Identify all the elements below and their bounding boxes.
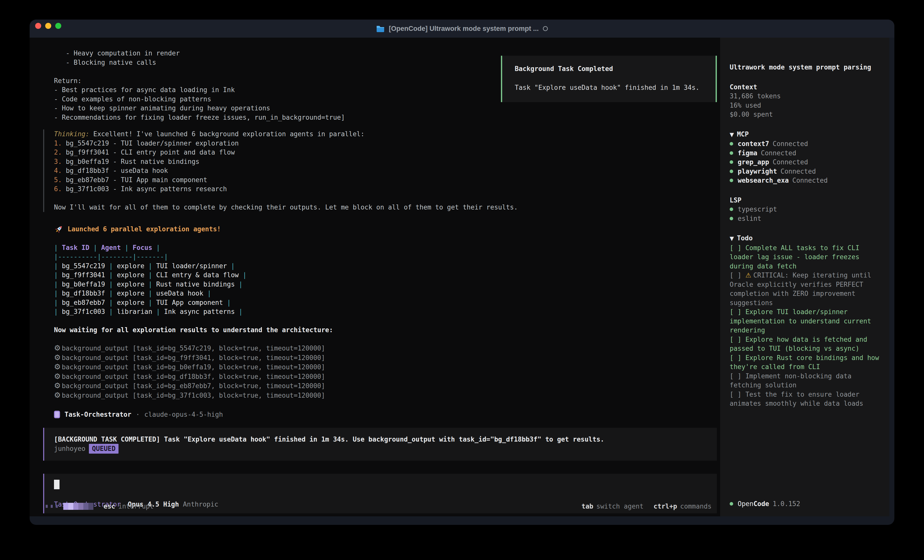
todo-item: [ ] Test the fix to ensure loader animat…	[730, 390, 880, 408]
blank-line	[54, 194, 717, 203]
gear-icon: ⚙	[54, 381, 61, 390]
spinner-cell	[74, 503, 78, 510]
lsp-list: typescripteslint	[730, 205, 880, 223]
context-stat-line: $0.00 spent	[730, 110, 880, 119]
gear-icon: ⚙	[54, 391, 61, 400]
mcp-section: ▼MCP context7ConnectedfigmaConnectedgrep…	[730, 130, 880, 185]
folder-icon	[376, 25, 385, 32]
background-task-completed-message: [BACKGROUND TASK COMPLETED] Task "Explor…	[43, 428, 717, 461]
thinking-intro: Excellent! I've launched 6 background ex…	[93, 130, 364, 138]
app-version: 1.0.152	[772, 499, 800, 509]
app-version-footer: OpenCode 1.0.152	[730, 499, 800, 509]
tool-call-line: ⚙background_output [task_id=bg_37f1c003,…	[54, 391, 717, 400]
thinking-outro: Now I'll wait for all of them to complet…	[54, 203, 717, 212]
status-dot-icon	[730, 169, 733, 173]
close-button[interactable]	[35, 23, 41, 29]
thinking-item: 2. bg_f9ff3041 - CLI entry point and dat…	[54, 148, 717, 157]
status-dot-icon	[730, 208, 733, 211]
todo-item: [ ] Implement non-blocking data fetching…	[730, 371, 880, 390]
app-name-bold: Code	[753, 499, 770, 509]
tab-key-label: switch agent	[596, 502, 644, 511]
mcp-heading[interactable]: ▼MCP	[730, 130, 880, 139]
output-line: - How to keep spinner animating during h…	[54, 103, 717, 113]
sidebar: Ultrawork mode system prompt parsing Con…	[720, 37, 890, 517]
app-name-regular: Open	[738, 499, 753, 509]
todo-item: [ ] Explore TUI loader/spinner implement…	[730, 307, 880, 335]
spinner-cell	[68, 503, 74, 510]
esc-key-label: interrupt	[118, 502, 154, 511]
toast-title: Background Task Completed	[515, 64, 705, 73]
tool-call-line: ⚙background_output [task_id=bg_b0effa19,…	[54, 362, 717, 372]
toast-body: Task "Explore useData hook" finished in …	[515, 83, 705, 92]
status-dot-icon	[730, 217, 733, 220]
status-dot-icon	[730, 179, 733, 182]
tool-call-line: ⚙background_output [task_id=bg_f9ff3041,…	[54, 353, 717, 362]
table-row: | bg_eb87ebb7 | explore | TUI App compon…	[54, 298, 717, 307]
todo-heading[interactable]: ▼Todo	[730, 234, 880, 243]
status-dot-icon	[730, 142, 733, 145]
status-dot-icon	[730, 151, 733, 155]
context-section: Context 31,686 tokens16% used$0.00 spent	[730, 82, 880, 119]
app-window: [OpenCode] Ultrawork mode system prompt …	[30, 19, 894, 525]
tab-key-hint: tab	[582, 502, 593, 511]
commands-hint-group: ctrl+p commands	[654, 502, 712, 511]
status-left: esc interrupt	[46, 502, 154, 511]
table-row: | bg_f9ff3041 | explore | CLI entry & da…	[54, 271, 717, 280]
mcp-item: grep_appConnected	[730, 157, 880, 167]
agent-attribution-line: Task-Orchestrator · claude-opus-4-5-high	[54, 410, 717, 419]
spinner-cell	[63, 503, 68, 510]
agent-badge-icon	[54, 411, 60, 418]
lsp-section: LSP typescripteslint	[730, 196, 880, 223]
thinking-item: 1. bg_5547c219 - TUI loader/spinner expl…	[54, 139, 717, 148]
spinner-dots-icon	[46, 505, 58, 508]
lsp-item: eslint	[730, 214, 880, 223]
tool-call-line: ⚙background_output [task_id=bg_5547c219,…	[54, 343, 717, 353]
queued-status-badge: QUEUED	[89, 444, 118, 454]
context-heading: Context	[730, 82, 880, 92]
todo-item: [ ] Complete ALL tasks to fix CLI loader…	[730, 243, 880, 271]
thinking-intro-line: Thinking: Excellent! I've launched 6 bac…	[54, 129, 717, 139]
gear-icon: ⚙	[54, 353, 61, 362]
minimize-button[interactable]	[45, 23, 51, 29]
gear-icon: ⚙	[54, 343, 61, 352]
warning-icon: ⚠	[746, 271, 753, 279]
ctrlp-key-hint: ctrl+p	[654, 502, 677, 511]
zoom-button[interactable]	[55, 23, 61, 29]
mcp-list: context7ConnectedfigmaConnectedgrep_appC…	[730, 139, 880, 185]
rocket-icon	[54, 225, 63, 234]
spinner-cell	[83, 503, 88, 510]
esc-key-hint: esc	[104, 502, 115, 511]
window-title: [OpenCode] Ultrawork mode system prompt …	[388, 25, 538, 33]
status-dot-icon	[730, 160, 733, 164]
context-stats: 31,686 tokens16% used$0.00 spent	[730, 91, 880, 119]
agent-name: Task-Orchestrator	[64, 410, 131, 419]
background-task-toast[interactable]: Background Task Completed Task "Explore …	[501, 56, 717, 102]
waiting-line: Now waiting for all exploration results …	[54, 325, 717, 335]
lsp-item: typescript	[730, 205, 880, 214]
todo-section: ▼Todo [ ] Complete ALL tasks to fix CLI …	[730, 234, 880, 408]
thinking-block: Thinking: Excellent! I've launched 6 bac…	[43, 129, 717, 212]
status-right: tab switch agent ctrl+p commands	[582, 502, 712, 511]
todo-list: [ ] Complete ALL tasks to fix CLI loader…	[730, 243, 880, 408]
gear-icon: ⚙	[54, 362, 61, 371]
completed-meta-line: junhoyeoQUEUED	[54, 444, 710, 454]
table-row: | bg_b0effa19 | explore | Rust native bi…	[54, 280, 717, 289]
text-cursor	[54, 480, 60, 489]
window-title-wrap: [OpenCode] Ultrawork mode system prompt …	[376, 25, 548, 33]
status-dot-icon	[730, 502, 733, 506]
message-scroll-region[interactable]: - Heavy computation in render - Blocking…	[30, 37, 720, 514]
thinking-item: 3. bg_b0effa19 - Rust native bindings	[54, 157, 717, 166]
todo-item: [ ] ⚠ CRITICAL: Keep iterating until Ora…	[730, 271, 880, 307]
spinner-cell	[78, 503, 83, 510]
user-name: junhoyeo	[54, 445, 86, 452]
tool-call-line: ⚙background_output [task_id=bg_df18bb3f,…	[54, 372, 717, 381]
mcp-item: context7Connected	[730, 139, 880, 148]
thinking-item: 6. bg_37f1c003 - Ink async patterns rese…	[54, 184, 717, 194]
table-row: | bg_37f1c003 | librarian | Ink async pa…	[54, 307, 717, 316]
terminal-area: - Heavy computation in render - Blocking…	[30, 37, 890, 517]
table-header-row: | Task ID | Agent | Focus |	[54, 243, 717, 252]
tool-call-line: ⚙background_output [task_id=bg_eb87ebb7,…	[54, 381, 717, 391]
gear-icon: ⚙	[54, 372, 61, 380]
table-row: | bg_df18bb3f | explore | useData hook |	[54, 289, 717, 298]
context-stat-line: 16% used	[730, 101, 880, 110]
